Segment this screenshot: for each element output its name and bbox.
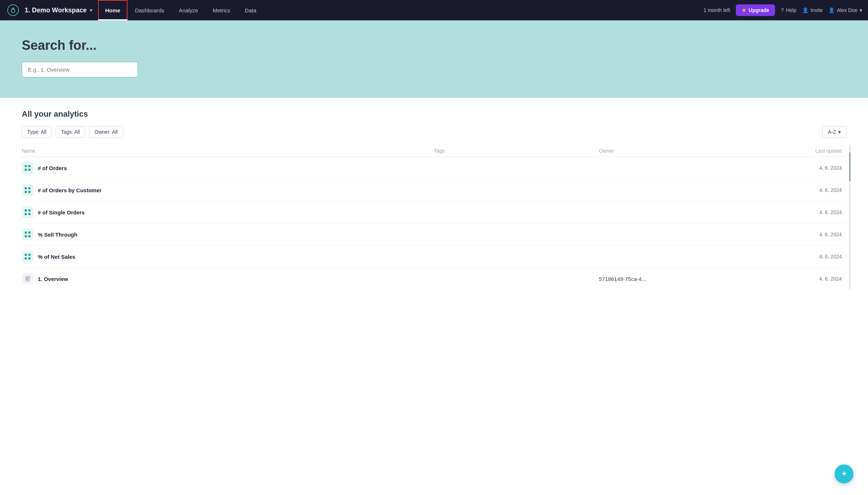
type-filter-button[interactable]: Type: All — [22, 126, 52, 138]
svg-rect-19 — [28, 254, 31, 256]
row-tags-cell — [434, 224, 599, 246]
row-name-label: % of Net Sales — [38, 254, 75, 260]
row-name-cell: # of Single Orders — [22, 206, 430, 218]
row-owner-cell — [599, 157, 723, 179]
row-date-cell: 4. 6. 2024 — [723, 179, 847, 201]
metric-icon — [22, 251, 33, 262]
row-date-cell: 4. 6. 2024 — [723, 157, 847, 179]
upgrade-button[interactable]: ★ Upgrade — [736, 4, 775, 16]
row-tags-cell — [434, 179, 599, 201]
svg-point-1 — [12, 9, 15, 12]
row-owner-cell — [599, 246, 723, 268]
nav-item-data[interactable]: Data — [238, 0, 264, 20]
help-button[interactable]: ? Help — [781, 7, 796, 13]
table-row[interactable]: # of Single Orders 4. 6. 2024 — [22, 201, 846, 224]
search-input[interactable] — [22, 62, 138, 77]
row-date-cell: 4. 6. 2024 — [723, 224, 847, 246]
svg-rect-18 — [25, 254, 27, 256]
analytics-table: Name Tags Owner Last update # of Orde — [22, 145, 846, 290]
col-header-owner: Owner — [599, 145, 723, 157]
nav-item-dashboards[interactable]: Dashboards — [127, 0, 171, 20]
svg-rect-20 — [25, 257, 27, 259]
svg-rect-2 — [25, 165, 27, 167]
user-avatar-icon: 👤 — [828, 7, 835, 13]
person-icon: 👤 — [802, 7, 808, 13]
navbar-right: 1 month left ★ Upgrade ? Help 👤 Invite 👤… — [703, 4, 862, 16]
row-name-cell: # of Orders — [22, 162, 430, 174]
table-scrollbar[interactable] — [849, 145, 851, 290]
row-tags-cell — [434, 268, 599, 290]
row-name-label: # of Orders — [38, 165, 67, 171]
svg-rect-9 — [28, 191, 31, 193]
navbar: 1. Demo Workspace ▾ Home Dashboards Anal… — [0, 0, 868, 20]
svg-rect-6 — [25, 187, 27, 189]
fab-button[interactable]: ✦ — [835, 464, 853, 483]
table-row[interactable]: 1. Overview 57186148-75ca-4... 4. 6. 202… — [22, 268, 846, 290]
question-icon: ? — [781, 7, 784, 13]
filters-bar: Type: All Tags: All Owner: All A-Z ▾ — [22, 126, 846, 138]
workspace-name: 1. Demo Workspace — [25, 7, 87, 14]
row-date-cell: 4. 6. 2024 — [723, 201, 847, 224]
table-row[interactable]: % of Net Sales 4. 6. 2024 — [22, 246, 846, 268]
col-header-tags: Tags — [434, 145, 599, 157]
workspace-selector[interactable]: 1. Demo Workspace ▾ — [25, 7, 92, 14]
report-icon — [22, 273, 33, 285]
main-nav: Home Dashboards Analyze Metrics Data — [98, 0, 703, 20]
trial-badge: 1 month left — [703, 7, 730, 13]
section-title: All your analytics — [22, 109, 846, 119]
tags-filter-button[interactable]: Tags: All — [56, 126, 85, 138]
analytics-table-wrapper: Name Tags Owner Last update # of Orde — [22, 145, 846, 290]
svg-rect-10 — [25, 209, 27, 212]
svg-rect-17 — [28, 235, 31, 237]
table-scrollbar-thumb — [849, 152, 851, 181]
svg-rect-15 — [28, 232, 31, 234]
row-name-cell: % Sell Through — [22, 229, 430, 240]
owner-filter-button[interactable]: Owner: All — [89, 126, 123, 138]
svg-rect-25 — [26, 279, 28, 280]
row-name-label: % Sell Through — [38, 232, 77, 238]
invite-button[interactable]: 👤 Invite — [802, 7, 823, 13]
user-menu[interactable]: 👤 Alex Doe ▾ — [828, 7, 862, 13]
svg-rect-3 — [28, 165, 31, 167]
metric-icon — [22, 162, 33, 174]
metric-icon — [22, 206, 33, 218]
svg-rect-5 — [28, 169, 31, 171]
table-row[interactable]: # of Orders by Customer 4. 6. 2024 — [22, 179, 846, 201]
hero-section: Search for... — [0, 20, 868, 98]
svg-rect-16 — [25, 235, 27, 237]
row-date-cell: 4. 6. 2024 — [723, 268, 847, 290]
svg-rect-24 — [26, 278, 29, 279]
app-logo — [6, 3, 20, 17]
row-tags-cell — [434, 201, 599, 224]
row-name-cell: 1. Overview — [22, 273, 430, 285]
svg-rect-11 — [28, 209, 31, 212]
col-header-last-update: Last update — [723, 145, 847, 157]
nav-item-analyze[interactable]: Analyze — [171, 0, 205, 20]
svg-rect-7 — [28, 187, 31, 189]
col-header-name: Name — [22, 145, 434, 157]
row-owner-cell — [599, 179, 723, 201]
svg-rect-8 — [25, 191, 27, 193]
svg-rect-23 — [26, 277, 29, 278]
metric-icon — [22, 184, 33, 196]
star-icon: ★ — [742, 7, 746, 13]
main-content: All your analytics Type: All Tags: All O… — [0, 98, 868, 301]
table-row[interactable]: # of Orders 4. 6. 2024 — [22, 157, 846, 179]
row-name-label: # of Single Orders — [38, 209, 85, 216]
row-name-cell: % of Net Sales — [22, 251, 430, 262]
svg-rect-14 — [25, 232, 27, 234]
svg-rect-21 — [28, 257, 31, 259]
sort-button[interactable]: A-Z ▾ — [822, 126, 846, 138]
table-header-row: Name Tags Owner Last update — [22, 145, 846, 157]
nav-item-home[interactable]: Home — [98, 0, 128, 20]
svg-rect-13 — [28, 213, 31, 215]
nav-item-metrics[interactable]: Metrics — [206, 0, 238, 20]
chevron-down-icon: ▾ — [838, 129, 841, 135]
row-date-cell: 4. 6. 2024 — [723, 246, 847, 268]
user-chevron-icon: ▾ — [860, 7, 862, 13]
metric-icon — [22, 229, 33, 240]
hero-title: Search for... — [22, 38, 846, 53]
row-name-label: # of Orders by Customer — [38, 187, 102, 193]
row-tags-cell — [434, 246, 599, 268]
table-row[interactable]: % Sell Through 4. 6. 2024 — [22, 224, 846, 246]
